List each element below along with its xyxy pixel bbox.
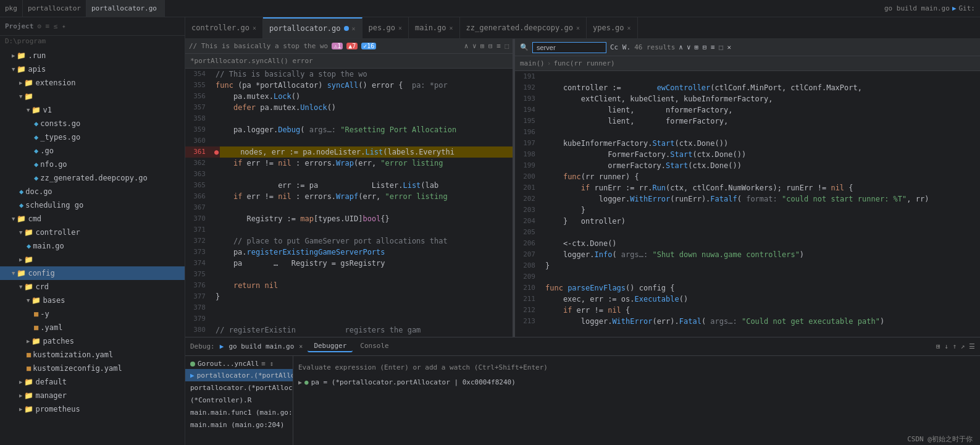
- tab-deepcopy[interactable]: zz_generated.deepcopy.go ×: [460, 17, 587, 39]
- debug-frame-0[interactable]: ▶ portallocator.(*portAllocato: [185, 369, 293, 381]
- tab-controller-close[interactable]: ×: [253, 25, 256, 32]
- sidebar-item-bases[interactable]: ▼ 📁 bases: [0, 294, 185, 307]
- code-line-354: 354 // This is basically a stop the wo: [185, 69, 513, 80]
- sidebar-item-extension[interactable]: ▶ 📁 extension: [0, 76, 185, 90]
- debug-frame-2[interactable]: (*Controller).R: [185, 394, 293, 406]
- code-line-380: 380 // registerExistin registers the gam: [185, 324, 513, 336]
- tab-portallocator-close[interactable]: ×: [352, 25, 356, 32]
- sidebar-item-consts[interactable]: ◆ consts.go: [0, 117, 185, 130]
- tab-ypes-close[interactable]: ×: [627, 25, 631, 32]
- title-tab-portallocator[interactable]: portallocator: [23, 0, 86, 17]
- goroutine-expand[interactable]: ≡ ↕: [261, 360, 274, 368]
- line-num-377: 377: [185, 291, 213, 302]
- sidebar-item-v1[interactable]: ▼ 📁 v1: [0, 103, 185, 117]
- sidebar-item-docgo[interactable]: ◆ doc.go: [0, 185, 185, 198]
- debug-run-icon[interactable]: ▶: [220, 342, 224, 350]
- debug-run-label: go build main.go: [228, 342, 294, 350]
- watermark: CSDN @初始之时于你: [900, 433, 980, 445]
- rline-content-205: [543, 227, 980, 238]
- code-line-363: 363: [185, 169, 513, 180]
- rcode-line-200: 200 func(rr runner) {: [515, 171, 980, 182]
- folder-icon-controller: 📁: [24, 228, 33, 237]
- sidebar-item-prometheus[interactable]: ▶ 📁 prometheus: [0, 402, 185, 416]
- sidebar-item-maingo[interactable]: ◆ main.go: [0, 239, 185, 253]
- debug-frame-4[interactable]: main.main (main.go:204): [185, 418, 293, 431]
- sidebar-item-apis[interactable]: ▼ 📁 apis: [0, 62, 185, 76]
- sidebar-item-crd[interactable]: ▼ 📁 crd: [0, 280, 185, 294]
- sidebar: Project ⚙ ≡ ≤ ✦ D:\program ▶ 📁 .run ▼ 📁 …: [0, 17, 185, 445]
- debug-tab-console[interactable]: Console: [354, 341, 395, 352]
- title-tab-portallocator-go[interactable]: portallocator.go: [86, 0, 165, 17]
- tab-ypes[interactable]: ypes.go ×: [587, 17, 638, 39]
- tab-pes-close[interactable]: ×: [398, 25, 402, 32]
- search-nav-down[interactable]: ∨: [687, 43, 691, 51]
- sidebar-item-kustomizeconfig[interactable]: ■ kustomizeconfig.yaml: [0, 362, 185, 375]
- right-code-view[interactable]: 191 192 controller := ewController(ctlCo…: [515, 71, 980, 337]
- line-content-354: // This is basically a stop the wo: [213, 69, 513, 80]
- rcode-line-198: 198 FormerFactory.Start(ctx.Done()): [515, 149, 980, 160]
- toolbar-comment-icon: // This is basically a stop the wo: [189, 42, 328, 50]
- sidebar-item-dotgo[interactable]: ◆ .go: [0, 144, 185, 158]
- go-icon-dotgo: ◆: [34, 146, 38, 155]
- sidebar-item-deepcopy[interactable]: ◆ zz_generated.deepcopy.go: [0, 171, 185, 185]
- rline-num-209: 209: [515, 271, 543, 282]
- left-code-view[interactable]: 354 // This is basically a stop the wo 3…: [185, 69, 513, 337]
- title-tab-pkg[interactable]: pkg: [0, 0, 23, 17]
- sidebar-item-scheduling[interactable]: ◆ scheduling go: [0, 198, 185, 212]
- sidebar-item-manager[interactable]: ▶ 📁 manager: [0, 389, 185, 402]
- search-nav-up[interactable]: ∧: [679, 43, 683, 51]
- line-num-373: 373: [185, 247, 213, 258]
- tab-portallocator[interactable]: portallocator.go ×: [263, 17, 362, 39]
- line-content-376: return nil: [213, 280, 513, 291]
- line-num-355: 355: [185, 80, 213, 91]
- sidebar-item-config[interactable]: ▼ 📁 config: [0, 266, 185, 280]
- sidebar-item-cmd[interactable]: ▼ 📁 cmd: [0, 212, 185, 226]
- tab-pes-label: pes.go: [369, 23, 395, 32]
- sidebar-item-nfo[interactable]: ◆ nfo.go: [0, 158, 185, 171]
- tab-pes[interactable]: pes.go ×: [362, 17, 409, 39]
- debug-right-panel: ▶ ● pa = (*portallocator.portAllocator |…: [293, 356, 980, 445]
- debug-expr-input[interactable]: [298, 363, 975, 371]
- rcode-line-207: 207 logger.Info( args…: "Shut down nuwa.…: [515, 249, 980, 260]
- rcode-line-211: 211 exec, err := os.Executable(): [515, 294, 980, 305]
- rline-num-193: 193: [515, 93, 543, 104]
- right-editor-pane: 🔍 Cc W. 46 results ∧ ∨ ⊞ ⊟ ≡ ⬚ ✕ main() …: [515, 39, 980, 337]
- left-code-lines: 354 // This is basically a stop the wo 3…: [185, 69, 513, 337]
- search-input[interactable]: [532, 42, 606, 53]
- sidebar-item-blank2[interactable]: ▶ 📁: [0, 253, 185, 266]
- sidebar-item-types[interactable]: ◆ _types.go: [0, 130, 185, 144]
- right-breadcrumb: main() › func(rr runner): [515, 56, 980, 71]
- debug-frame-1[interactable]: portallocator.(*portAllocato: [185, 381, 293, 394]
- rline-num-213: 213: [515, 316, 543, 327]
- code-line-370: 370 Registry := map[types.UID]bool{}: [185, 213, 513, 224]
- debug-goroutine-header: Gorout...yncAll ≡ ↕: [185, 358, 293, 369]
- tab-main[interactable]: main.go ×: [409, 17, 460, 39]
- tab-main-close[interactable]: ×: [450, 25, 453, 32]
- debug-frame-3[interactable]: main.main.func1 (main.go:2(: [185, 406, 293, 418]
- watch-arrow: ▶: [298, 379, 302, 386]
- rcode-line-202: 202 logger.WithError(runErr).Fatalf( for…: [515, 193, 980, 205]
- line-content-381: // and returns an ordered list of portAl…: [213, 336, 513, 337]
- frame-4-label: main.main (main.go:204): [190, 421, 284, 429]
- sidebar-item-blank[interactable]: ▼ 📁: [0, 90, 185, 103]
- toolbar-arrows[interactable]: ∧ ∨: [464, 42, 477, 50]
- sidebar-item-y[interactable]: ■ -y: [0, 307, 185, 321]
- rline-content-203: }: [543, 205, 980, 216]
- code-line-379: 379: [185, 313, 513, 324]
- sidebar-item-controller[interactable]: ▼ 📁 controller: [0, 226, 185, 239]
- sidebar-item-yaml[interactable]: ■ .yaml: [0, 321, 185, 334]
- debug-tab-debugger[interactable]: Debugger: [308, 341, 353, 352]
- tab-controller[interactable]: controller.go ×: [185, 17, 263, 39]
- watch-value: pa = (*portallocator.portAllocator | 0xc…: [311, 378, 516, 386]
- tab-deepcopy-close[interactable]: ×: [576, 25, 580, 32]
- line-content-377: }: [213, 291, 513, 302]
- debug-close[interactable]: ×: [299, 343, 303, 350]
- breakpoint-dot: ●: [213, 146, 220, 158]
- sidebar-item-kustomization[interactable]: ■ kustomization.yaml: [0, 348, 185, 362]
- sidebar-item-default[interactable]: ▶ 📁 default: [0, 375, 185, 389]
- line-content-375: [213, 269, 513, 280]
- sidebar-item-run[interactable]: ▶ 📁 .run: [0, 49, 185, 62]
- title-tab-portallocator-go-label: portallocator.go: [91, 4, 157, 12]
- left-breadcrumb: *portAllocator.syncAll() error: [185, 54, 513, 69]
- sidebar-item-patches[interactable]: ▶ 📁 patches: [0, 334, 185, 348]
